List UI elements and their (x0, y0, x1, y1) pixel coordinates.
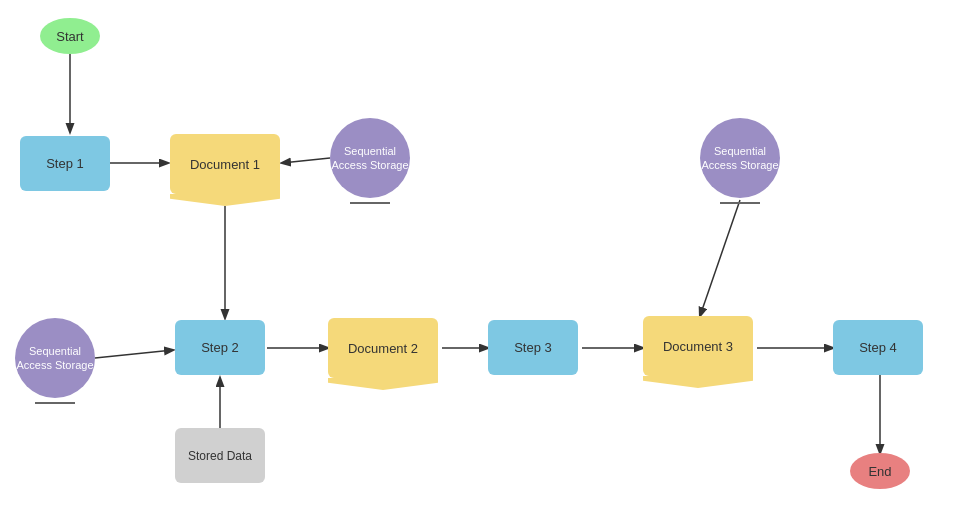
doc1-label: Document 1 (190, 157, 260, 172)
start-label: Start (56, 29, 83, 44)
step1-node: Step 1 (20, 136, 110, 191)
seq2-label: SequentialAccess Storage (701, 144, 778, 173)
stored-data-node: Stored Data (175, 428, 265, 483)
step1-label: Step 1 (46, 156, 84, 171)
step4-node: Step 4 (833, 320, 923, 375)
start-node: Start (40, 18, 100, 54)
svg-line-8 (700, 200, 740, 316)
doc3-label: Document 3 (663, 339, 733, 354)
doc2-node: Document 2 (328, 318, 438, 378)
seq1-label: SequentialAccess Storage (331, 144, 408, 173)
step3-label: Step 3 (514, 340, 552, 355)
step3-node: Step 3 (488, 320, 578, 375)
arrows-layer (0, 0, 980, 511)
step4-label: Step 4 (859, 340, 897, 355)
seq3-label: SequentialAccess Storage (16, 344, 93, 373)
step2-label: Step 2 (201, 340, 239, 355)
end-label: End (868, 464, 891, 479)
end-node: End (850, 453, 910, 489)
seq1-node: SequentialAccess Storage (330, 118, 410, 198)
doc3-node: Document 3 (643, 316, 753, 376)
step2-node: Step 2 (175, 320, 265, 375)
seq3-node: SequentialAccess Storage (15, 318, 95, 398)
svg-line-2 (282, 158, 330, 163)
doc2-label: Document 2 (348, 341, 418, 356)
seq2-node: SequentialAccess Storage (700, 118, 780, 198)
doc1-node: Document 1 (170, 134, 280, 194)
diagram: Start Step 1 Document 1 SequentialAccess… (0, 0, 980, 511)
svg-line-4 (95, 350, 173, 358)
stored-data-label: Stored Data (188, 449, 252, 463)
